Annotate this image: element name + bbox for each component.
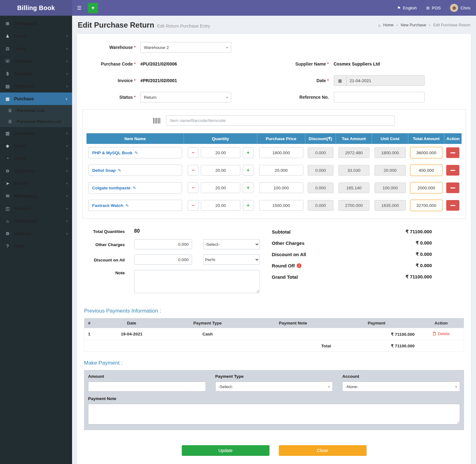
chevron-left-icon: ‹ xyxy=(66,84,68,88)
info-icon[interactable] xyxy=(297,263,301,268)
breadcrumb-separator xyxy=(429,23,431,27)
chevron-left-icon: ‹ xyxy=(66,34,68,38)
item-name-link[interactable]: PHP & MySQL Book xyxy=(92,150,133,155)
qty-input[interactable] xyxy=(201,165,240,176)
sidebar-item-purchase-list[interactable]: ☰ Purchase List xyxy=(0,105,72,116)
update-button[interactable]: Update xyxy=(182,445,269,456)
other-charges-input[interactable] xyxy=(134,239,192,249)
remove-item-button[interactable] xyxy=(446,165,459,176)
edit-icon[interactable]: ✎ xyxy=(118,168,121,173)
sidebar-item-reports[interactable]: ◫ Reports ‹ xyxy=(0,202,72,215)
total-amount-input[interactable] xyxy=(410,165,442,176)
other-charges-label: Other Charges xyxy=(88,242,125,247)
remove-item-button[interactable] xyxy=(446,200,459,211)
qty-decrease-button[interactable]: − xyxy=(188,200,198,211)
sidebar-item-accounts[interactable]: ▥ Accounts ‹ xyxy=(0,127,72,140)
quick-add-button[interactable]: + xyxy=(88,3,98,13)
minus-icon xyxy=(450,205,455,206)
purchase-price-input[interactable] xyxy=(259,147,303,158)
sidebar-item-stock[interactable]: ◔ Stock ‹ xyxy=(0,152,72,165)
item-name-link[interactable]: Colgate toothpaste xyxy=(92,186,130,190)
sidebar-toggle-icon[interactable]: ☰ xyxy=(73,0,86,16)
discount-type-select[interactable]: Per% xyxy=(203,255,260,265)
status-select[interactable]: Return ▾ xyxy=(140,92,231,103)
user-menu[interactable]: ☻ Chris xyxy=(450,4,470,12)
remove-item-button[interactable] xyxy=(446,147,459,158)
qty-input[interactable] xyxy=(201,200,240,211)
payment-type-select[interactable]: -Select- ▾ xyxy=(215,382,333,392)
pos-button[interactable]: ⊞ POS xyxy=(426,6,441,10)
sidebar-item-advance[interactable]: $ Advance ‹ xyxy=(0,67,72,80)
remove-item-button[interactable] xyxy=(446,182,459,193)
total-amount-input[interactable] xyxy=(410,147,442,158)
sidebar-item-users[interactable]: ♟ Users ‹ xyxy=(0,30,72,42)
discount-value: 0.000 xyxy=(308,165,333,176)
minus-icon xyxy=(450,187,455,188)
language-icon: ⚑ xyxy=(397,6,401,10)
qty-input[interactable] xyxy=(201,182,240,193)
qty-increase-button[interactable]: + xyxy=(243,165,254,176)
qty-increase-button[interactable]: + xyxy=(243,182,254,193)
note-textarea[interactable] xyxy=(134,270,259,293)
sidebar-item-contacts[interactable]: ☏ Contacts ‹ xyxy=(0,55,72,67)
sidebar-item-warehouse[interactable]: ⌂ Warehouse ‹ xyxy=(0,215,72,227)
warehouse-select[interactable]: Warehouse 2 ▾ xyxy=(140,42,231,53)
items-table: Item Name Quantity Purchase Price Discou… xyxy=(86,133,462,214)
total-amount-input[interactable] xyxy=(410,182,442,193)
round-off-value: ₹ 0.000 xyxy=(377,263,432,268)
reference-no-input[interactable] xyxy=(334,92,425,103)
sidebar-item-purchase-returns-list[interactable]: ☰ Purchase Returns List xyxy=(0,116,72,127)
item-name-link[interactable]: Fastrack Watch xyxy=(92,203,123,208)
qty-input[interactable] xyxy=(201,147,240,158)
previous-payments-title: Previous Payments Information : xyxy=(77,300,471,317)
sidebar-item-messaging[interactable]: ✉ Messaging ‹ xyxy=(0,190,72,202)
qty-increase-button[interactable]: + xyxy=(243,200,254,211)
purchase-price-input[interactable] xyxy=(259,182,303,193)
delete-payment-button[interactable]: Delete xyxy=(432,331,450,336)
advance-icon: $ xyxy=(4,71,11,76)
sidebar-item-dashboard[interactable]: ⊞ Dashboard xyxy=(0,17,72,30)
tax-amount-value: 33.030 xyxy=(338,165,369,176)
breadcrumb-new-purchase[interactable]: New Purchase xyxy=(400,23,426,27)
purchase-price-input[interactable] xyxy=(259,200,303,211)
sidebar-item-purchase[interactable]: ▦ Purchase ∨ xyxy=(0,92,72,105)
breadcrumb-home[interactable]: Home xyxy=(383,23,394,27)
total-amount-input[interactable] xyxy=(410,200,442,211)
reports-icon: ◫ xyxy=(4,206,11,211)
payment-note-textarea[interactable] xyxy=(88,404,460,424)
close-button[interactable]: Close xyxy=(279,445,367,456)
other-charges-type-select[interactable]: -Select- xyxy=(203,239,260,249)
qty-decrease-button[interactable]: − xyxy=(188,182,198,193)
stock-icon: ◔ xyxy=(4,156,11,161)
item-search-input[interactable] xyxy=(166,115,395,126)
discount-on-all-input[interactable] xyxy=(134,255,192,265)
edit-icon[interactable]: ✎ xyxy=(125,203,129,208)
purchase-price-input[interactable] xyxy=(259,165,303,176)
qty-decrease-button[interactable]: − xyxy=(188,147,198,158)
qty-increase-button[interactable]: + xyxy=(243,147,254,158)
date-input[interactable] xyxy=(346,75,425,86)
app-logo[interactable]: Billing Book xyxy=(0,0,72,16)
account-select[interactable]: -None- ▾ xyxy=(342,382,460,392)
item-name-link[interactable]: Dettol Soap xyxy=(92,168,116,173)
col-item-name: Item Name xyxy=(86,133,184,144)
col-payment: Payment xyxy=(335,318,418,328)
sidebar-item-items[interactable]: ◆ Items ‹ xyxy=(0,140,72,152)
edit-icon[interactable]: ✎ xyxy=(133,186,136,190)
sidebar-item-quotation[interactable]: ▤ Quotation ‹ xyxy=(0,80,72,92)
language-menu[interactable]: ⚑ English xyxy=(397,6,417,10)
minus-icon xyxy=(450,152,455,153)
chevron-left-icon: ‹ xyxy=(66,206,68,211)
discount-value: 0.000 xyxy=(308,200,333,211)
sidebar-item-sales[interactable]: ⚖ Sales ‹ xyxy=(0,42,72,55)
sidebar-item-help[interactable]: ? Help xyxy=(0,240,72,252)
sidebar-item-settings[interactable]: ⚙ Settings ‹ xyxy=(0,227,72,240)
discount-on-all-total-label: Discount on All xyxy=(272,252,377,257)
make-payment-title: Make Payment : xyxy=(77,352,471,369)
subtotal-label: Subtotal xyxy=(272,229,377,235)
sidebar-item-places[interactable]: ➤ Places ‹ xyxy=(0,177,72,190)
sidebar-item-expenses[interactable]: ⊖ Expenses ‹ xyxy=(0,165,72,177)
edit-icon[interactable]: ✎ xyxy=(135,150,138,155)
amount-input[interactable] xyxy=(88,382,206,392)
qty-decrease-button[interactable]: − xyxy=(188,165,198,176)
